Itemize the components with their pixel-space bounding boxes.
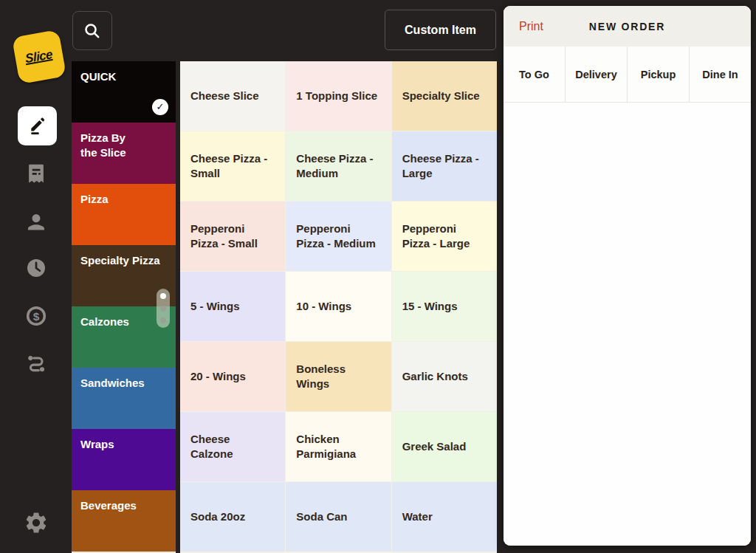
order-tab-pickup[interactable]: Pickup xyxy=(628,47,690,102)
menu-item-label: Cheese Pizza - Large xyxy=(402,151,487,182)
category-label: Beverages xyxy=(80,499,137,512)
category-tile-quick[interactable]: QUICK✓ xyxy=(72,61,176,123)
menu-item-label: Cheese Slice xyxy=(190,89,259,103)
menu-item-label: Soda 20oz xyxy=(190,509,245,524)
sidebar-button-routes[interactable] xyxy=(24,351,48,375)
menu-item-label: 20 - Wings xyxy=(190,369,246,384)
settings-button[interactable] xyxy=(24,510,49,535)
menu-grid: Cheese Slice1 Topping SliceSpecialty Sli… xyxy=(180,61,497,553)
selected-check-icon: ✓ xyxy=(152,99,168,115)
category-tile-pizza[interactable]: Pizza xyxy=(72,184,176,245)
dollar-icon: $ xyxy=(24,304,48,328)
order-tab-delivery[interactable]: Delivery xyxy=(566,47,628,102)
menu-item-cheese-slice[interactable]: Cheese Slice xyxy=(180,61,285,131)
sidebar-button-customers[interactable] xyxy=(24,210,48,234)
category-tile-beverages[interactable]: Beverages xyxy=(72,490,176,552)
category-label: Specialty Pizza xyxy=(80,254,160,267)
menu-item-label: Chicken Parmigiana xyxy=(296,432,380,462)
menu-item-label: 10 - Wings xyxy=(296,299,351,314)
route-icon xyxy=(24,351,48,375)
menu-item-label: Greek Salad xyxy=(402,439,467,454)
category-label: QUICK xyxy=(80,70,116,83)
search-icon xyxy=(82,21,103,41)
menu-item-label: Pepperoni Pizza - Small xyxy=(190,221,275,252)
menu-item-label: Cheese Pizza - Medium xyxy=(296,151,380,182)
menu-item-cheese-calzone[interactable]: Cheese Calzone xyxy=(180,412,285,481)
order-type-tabs: To GoDeliveryPickupDine In xyxy=(504,47,751,103)
sidebar-button-payments[interactable]: $ xyxy=(24,304,48,328)
category-label: Pizza xyxy=(80,193,109,205)
menu-item-1-topping-slice[interactable]: 1 Topping Slice xyxy=(286,61,391,131)
menu-item-garlic-knots[interactable]: Garlic Knots xyxy=(392,342,497,411)
menu-item-label: Water xyxy=(402,509,433,524)
category-scroll-indicator[interactable] xyxy=(157,289,170,328)
print-button[interactable]: Print xyxy=(519,20,543,33)
category-tile-sandwiches[interactable]: Sandwiches xyxy=(72,368,176,429)
menu-item-pepperoni-pizza-medium[interactable]: Pepperoni Pizza - Medium xyxy=(286,202,391,271)
menu-item-cheese-pizza-medium[interactable]: Cheese Pizza - Medium xyxy=(286,131,391,201)
menu-item-chicken-parmigiana[interactable]: Chicken Parmigiana xyxy=(286,412,391,481)
menu-item-boneless-wings[interactable]: Boneless Wings xyxy=(286,342,391,411)
order-panel: Print NEW ORDER To GoDeliveryPickupDine … xyxy=(504,6,751,546)
menu-item-label: Cheese Pizza - Small xyxy=(190,151,275,182)
category-tile-wraps[interactable]: Wraps xyxy=(72,429,176,490)
menu-item-20-wings[interactable]: 20 - Wings xyxy=(180,342,285,411)
order-items-area xyxy=(504,103,751,546)
category-label: Sandwiches xyxy=(80,377,145,389)
menu-item-label: Boneless Wings xyxy=(296,362,380,392)
custom-item-button[interactable]: Custom Item xyxy=(385,10,496,50)
menu-item-10-wings[interactable]: 10 - Wings xyxy=(286,272,391,341)
menu-item-pepperoni-pizza-small[interactable]: Pepperoni Pizza - Small xyxy=(180,202,285,271)
menu-item-label: Pepperoni Pizza - Large xyxy=(402,221,487,252)
scroll-dot-1 xyxy=(160,293,166,299)
menu-item-label: Soda Can xyxy=(296,509,347,524)
menu-item-cheese-pizza-large[interactable]: Cheese Pizza - Large xyxy=(392,131,497,201)
menu-item-5-wings[interactable]: 5 - Wings xyxy=(180,272,285,341)
menu-item-label: Pepperoni Pizza - Medium xyxy=(296,221,380,252)
search-button[interactable] xyxy=(72,11,112,50)
new-order-mode-button[interactable] xyxy=(18,106,57,145)
slice-logo: Slice xyxy=(12,30,66,84)
menu-item-label: Cheese Calzone xyxy=(190,432,275,462)
scroll-dot-2 xyxy=(160,306,166,312)
receipt-icon xyxy=(24,162,48,185)
menu-item-greek-salad[interactable]: Greek Salad xyxy=(392,412,497,481)
menu-item-label: Specialty Slice xyxy=(402,89,480,103)
gear-icon xyxy=(24,510,49,535)
menu-item-label: Garlic Knots xyxy=(402,369,468,384)
menu-item-15-wings[interactable]: 15 - Wings xyxy=(392,272,497,341)
menu-item-specialty-slice[interactable]: Specialty Slice xyxy=(392,61,497,131)
person-icon xyxy=(24,210,48,234)
menu-item-pepperoni-pizza-large[interactable]: Pepperoni Pizza - Large xyxy=(392,202,497,271)
category-tile-pizza-by-the-slice[interactable]: Pizza By the Slice xyxy=(72,123,176,184)
slice-logo-text: Slice xyxy=(25,47,54,66)
menu-item-soda-20oz[interactable]: Soda 20oz xyxy=(180,482,285,552)
category-label: Pizza By the Slice xyxy=(80,131,126,159)
sidebar-button-receipt[interactable] xyxy=(24,162,48,185)
order-tab-dine-in[interactable]: Dine In xyxy=(690,47,751,102)
pos-app: Slice xyxy=(0,0,756,553)
menu-item-label: 5 - Wings xyxy=(190,299,240,314)
scroll-dot-3 xyxy=(160,317,166,323)
menu-item-label: 15 - Wings xyxy=(402,299,458,314)
menu-item-cheese-pizza-small[interactable]: Cheese Pizza - Small xyxy=(180,131,285,201)
order-panel-header: Print NEW ORDER xyxy=(504,6,751,47)
menu-item-label: 1 Topping Slice xyxy=(296,89,377,103)
menu-item-soda-can[interactable]: Soda Can xyxy=(286,482,391,552)
order-tab-to-go[interactable]: To Go xyxy=(504,47,566,102)
menu-item-water[interactable]: Water xyxy=(392,482,497,552)
category-label: Calzones xyxy=(80,315,129,328)
clock-icon xyxy=(24,256,48,280)
sidebar-button-history[interactable] xyxy=(24,256,48,280)
pencil-icon xyxy=(28,117,47,136)
svg-text:$: $ xyxy=(33,310,40,323)
category-label: Wraps xyxy=(80,438,114,450)
